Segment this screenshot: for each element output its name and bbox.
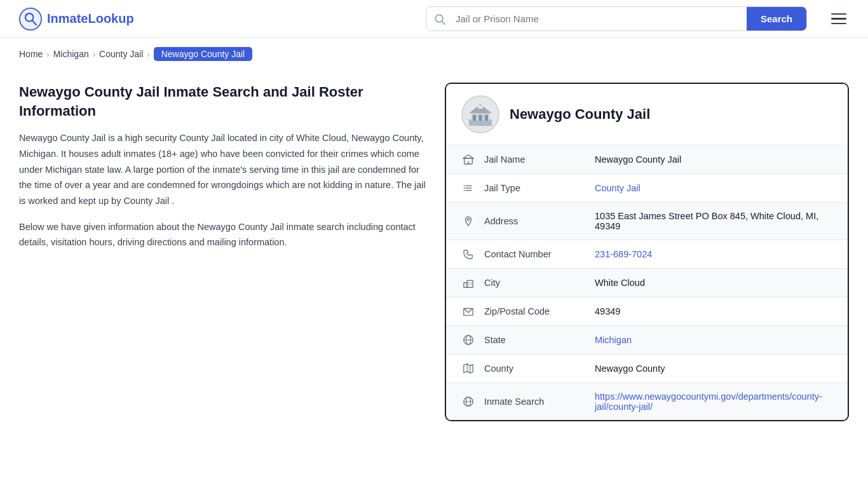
logo-link[interactable]: InmateLookup (19, 8, 134, 30)
inmate-search-link[interactable]: https://www.newaygocountymi.gov/departme… (595, 391, 822, 412)
header: InmateLookup Search (0, 0, 868, 38)
table-row: Jail Name Newaygo County Jail (446, 146, 848, 174)
svg-point-20 (464, 187, 465, 189)
row-value[interactable]: Michigan (595, 335, 832, 345)
search-bar: Search (426, 6, 807, 31)
list-icon (461, 182, 475, 194)
hamburger-button[interactable] (829, 11, 849, 27)
jail-type-link[interactable]: County Jail (595, 183, 641, 193)
row-value[interactable]: https://www.newaygocountymi.gov/departme… (595, 391, 832, 412)
globe2-icon (461, 396, 475, 407)
search-input[interactable] (453, 7, 747, 30)
breadcrumb-michigan[interactable]: Michigan (53, 49, 89, 59)
main-content: Newaygo County Jail Inmate Search and Ja… (0, 70, 868, 447)
table-row: Inmate Search https://www.newaygocountym… (446, 383, 848, 420)
jail-card: Newaygo County Jail Jail Name Newaygo Co… (445, 83, 849, 421)
breadcrumb-county-jail[interactable]: County Jail (99, 49, 143, 59)
svg-rect-23 (464, 283, 467, 287)
svg-marker-33 (464, 364, 473, 373)
breadcrumb-active: Newaygo County Jail (154, 47, 253, 61)
row-value: 1035 East James Street PO Box 845, White… (595, 211, 832, 231)
table-row: State Michigan (446, 326, 848, 355)
search-button[interactable]: Search (747, 7, 806, 30)
row-value[interactable]: County Jail (595, 183, 832, 193)
phone-link[interactable]: 231-689-7024 (595, 249, 652, 259)
table-row: Address 1035 East James Street PO Box 84… (446, 203, 848, 240)
row-value: Newaygo County Jail (595, 154, 832, 165)
breadcrumb-home[interactable]: Home (19, 49, 43, 59)
map-icon (461, 363, 475, 374)
svg-point-19 (464, 186, 465, 187)
svg-rect-12 (478, 105, 483, 109)
row-label: Zip/Postal Code (484, 306, 586, 316)
row-value: Newaygo County (595, 363, 832, 374)
table-row: County Newaygo County (446, 355, 848, 383)
breadcrumb: Home › Michigan › County Jail › Newaygo … (0, 38, 868, 70)
building-icon (461, 154, 475, 165)
hamburger-line (831, 13, 846, 15)
page-desc-2: Below we have given information about th… (19, 219, 426, 250)
chevron-icon: › (46, 50, 49, 59)
courthouse-icon (466, 100, 494, 128)
svg-line-5 (442, 21, 445, 24)
svg-point-22 (467, 219, 470, 221)
table-row: Contact Number 231-689-7024 (446, 240, 848, 269)
phone-icon (461, 248, 475, 260)
jail-card-header: Newaygo County Jail (446, 84, 848, 146)
row-label: Inmate Search (484, 396, 586, 407)
globe-icon (461, 334, 475, 346)
row-value: 49349 (595, 306, 832, 316)
row-label: Address (484, 216, 586, 226)
search-icon (426, 13, 453, 25)
location-icon (461, 215, 475, 227)
row-label: City (484, 278, 586, 288)
logo-text: InmateLookup (47, 11, 134, 26)
hamburger-line (831, 18, 846, 20)
svg-rect-10 (479, 115, 482, 121)
hamburger-line (831, 23, 846, 25)
page-title: Newaygo County Jail Inmate Search and Ja… (19, 83, 426, 120)
info-table: Jail Name Newaygo County Jail Jail Type … (446, 146, 848, 420)
svg-marker-14 (463, 155, 473, 158)
svg-rect-11 (485, 115, 488, 121)
table-row: Zip/Postal Code 49349 (446, 297, 848, 326)
chevron-icon: › (147, 50, 149, 59)
jail-card-name: Newaygo County Jail (510, 106, 650, 123)
svg-rect-9 (473, 115, 476, 121)
row-label: Contact Number (484, 249, 586, 259)
table-row: City White Cloud (446, 269, 848, 297)
row-value: White Cloud (595, 278, 832, 288)
city-icon (461, 277, 475, 288)
logo-icon (19, 8, 42, 30)
row-value[interactable]: 231-689-7024 (595, 249, 832, 259)
svg-rect-3 (25, 13, 28, 16)
mail-icon (461, 306, 475, 317)
row-label: State (484, 335, 586, 345)
page-desc-1: Newaygo County Jail is a high security C… (19, 130, 426, 208)
left-column: Newaygo County Jail Inmate Search and Ja… (19, 83, 426, 261)
chevron-icon: › (93, 50, 95, 59)
svg-point-21 (464, 190, 465, 191)
table-row: Jail Type County Jail (446, 174, 848, 203)
svg-rect-24 (467, 280, 473, 287)
svg-rect-15 (467, 161, 470, 165)
row-label: Jail Name (484, 154, 586, 165)
jail-avatar (461, 95, 499, 133)
state-link[interactable]: Michigan (595, 335, 632, 345)
row-label: County (484, 363, 586, 374)
row-label: Jail Type (484, 183, 586, 193)
svg-point-0 (20, 8, 41, 29)
